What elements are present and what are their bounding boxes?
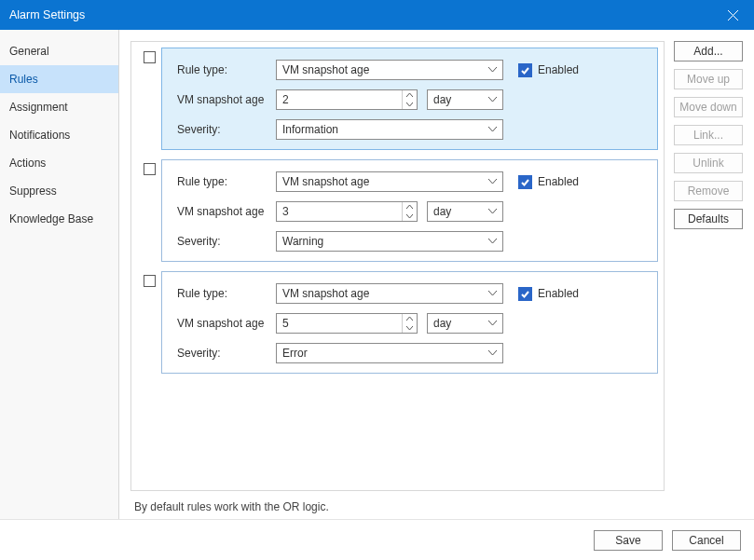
- chevron-down-icon: [488, 127, 497, 132]
- age-spinner[interactable]: 3: [276, 201, 418, 222]
- main-body: General Rules Assignment Notifications A…: [0, 30, 754, 519]
- save-button[interactable]: Save: [594, 530, 663, 551]
- sidebar-item-rules[interactable]: Rules: [0, 65, 118, 93]
- chevron-down-icon: [488, 97, 497, 102]
- chevron-down-icon: [488, 350, 497, 356]
- chevron-up-icon[interactable]: [403, 202, 417, 212]
- sidebar-item-knowledge-base[interactable]: Knowledge Base: [0, 205, 118, 233]
- sidebar: General Rules Assignment Notifications A…: [0, 30, 119, 519]
- remove-button[interactable]: Remove: [674, 181, 743, 201]
- enabled-label: Enabled: [538, 63, 579, 76]
- age-spinner[interactable]: 5: [276, 313, 418, 334]
- enabled-checkbox[interactable]: Enabled: [518, 287, 579, 301]
- sidebar-item-suppress[interactable]: Suppress: [0, 177, 118, 205]
- title-bar: Alarm Settings: [0, 0, 754, 30]
- chevron-up-icon[interactable]: [403, 314, 417, 323]
- chevron-up-icon[interactable]: [403, 90, 417, 100]
- chevron-down-icon[interactable]: [403, 100, 417, 109]
- add-button[interactable]: Add...: [674, 41, 743, 61]
- rule-select-checkbox[interactable]: [137, 271, 161, 287]
- rules-list: Rule type: VM snapshot age Enabled: [130, 41, 665, 491]
- chevron-down-icon: [488, 291, 497, 296]
- rule-card[interactable]: Rule type: VM snapshot age Enabled: [161, 48, 658, 150]
- move-down-button[interactable]: Move down: [674, 97, 743, 117]
- unit-select[interactable]: day: [427, 89, 503, 110]
- rule-type-select[interactable]: VM snapshot age: [276, 171, 503, 192]
- chevron-down-icon: [488, 239, 497, 244]
- enabled-checkbox[interactable]: Enabled: [518, 63, 579, 77]
- enabled-label: Enabled: [538, 175, 579, 188]
- cancel-button[interactable]: Cancel: [672, 530, 741, 551]
- enabled-label: Enabled: [538, 287, 579, 300]
- age-label: VM snapshot age: [177, 93, 267, 106]
- move-up-button[interactable]: Move up: [674, 69, 743, 89]
- footnote-text: By default rules work with the OR logic.: [130, 491, 665, 519]
- age-label: VM snapshot age: [177, 205, 267, 218]
- chevron-down-icon: [488, 179, 497, 184]
- rule-select-checkbox[interactable]: [137, 159, 161, 175]
- severity-select[interactable]: Error: [276, 343, 503, 363]
- unit-select[interactable]: day: [427, 313, 503, 334]
- rule-row: Rule type: VM snapshot age Enabled: [137, 48, 658, 150]
- unit-select[interactable]: day: [427, 201, 503, 222]
- sidebar-item-actions[interactable]: Actions: [0, 149, 118, 177]
- chevron-down-icon[interactable]: [403, 212, 417, 221]
- sidebar-item-notifications[interactable]: Notifications: [0, 121, 118, 149]
- window-title: Alarm Settings: [9, 8, 85, 21]
- age-spinner[interactable]: 2: [276, 89, 418, 110]
- severity-label: Severity:: [177, 123, 267, 136]
- age-label: VM snapshot age: [177, 317, 267, 330]
- rule-row: Rule type: VM snapshot age Enabled: [137, 271, 658, 374]
- rule-type-select[interactable]: VM snapshot age: [276, 60, 503, 80]
- severity-select[interactable]: Warning: [276, 231, 503, 252]
- defaults-button[interactable]: Defaults: [674, 209, 743, 229]
- rule-type-label: Rule type:: [177, 175, 267, 188]
- main-panel: Rule type: VM snapshot age Enabled: [119, 30, 754, 519]
- close-button[interactable]: [712, 0, 754, 30]
- rule-type-label: Rule type:: [177, 63, 267, 76]
- severity-label: Severity:: [177, 347, 267, 360]
- sidebar-item-assignment[interactable]: Assignment: [0, 93, 118, 121]
- rule-row: Rule type: VM snapshot age Enabled: [137, 159, 658, 262]
- chevron-down-icon: [488, 321, 497, 326]
- severity-select[interactable]: Information: [276, 119, 503, 140]
- link-button[interactable]: Link...: [674, 125, 743, 145]
- severity-label: Severity:: [177, 235, 267, 248]
- check-icon: [518, 287, 532, 301]
- enabled-checkbox[interactable]: Enabled: [518, 175, 579, 189]
- check-icon: [518, 63, 532, 77]
- chevron-down-icon[interactable]: [403, 323, 417, 333]
- rule-type-label: Rule type:: [177, 287, 267, 300]
- footer: Save Cancel: [0, 519, 754, 560]
- rules-column: Rule type: VM snapshot age Enabled: [130, 41, 665, 519]
- check-icon: [518, 175, 532, 189]
- chevron-down-icon: [488, 67, 497, 73]
- close-icon: [728, 10, 738, 20]
- sidebar-item-general[interactable]: General: [0, 37, 118, 65]
- rule-card[interactable]: Rule type: VM snapshot age Enabled: [161, 271, 658, 374]
- rule-select-checkbox[interactable]: [137, 48, 161, 63]
- unlink-button[interactable]: Unlink: [674, 153, 743, 173]
- chevron-down-icon: [488, 209, 497, 214]
- rule-type-select[interactable]: VM snapshot age: [276, 283, 503, 304]
- rule-card[interactable]: Rule type: VM snapshot age Enabled: [161, 159, 658, 262]
- side-buttons: Add... Move up Move down Link... Unlink …: [674, 41, 743, 519]
